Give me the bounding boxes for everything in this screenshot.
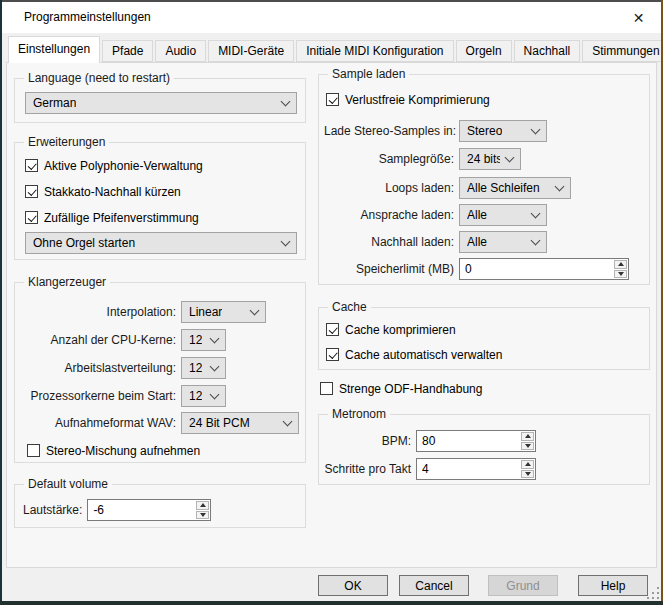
volume-spinner: [87, 499, 211, 521]
tab-nachhall[interactable]: Nachhall: [514, 40, 581, 62]
check-icon: [27, 212, 36, 221]
startup-cores-select[interactable]: 12: [181, 385, 226, 407]
steps-per-beat-input[interactable]: [417, 459, 520, 479]
spin-buttons: [613, 259, 628, 279]
release-select[interactable]: Alle: [459, 231, 547, 253]
chevron-down-icon: [281, 237, 291, 247]
spin-up-icon[interactable]: [521, 460, 534, 469]
cache-group: Cache Cache komprimieren Cache automatis…: [318, 307, 650, 370]
steps-per-beat-spinner: [416, 458, 536, 480]
loops-select[interactable]: Alle Schleifen: [459, 177, 571, 199]
cache-auto-manage-checkbox[interactable]: Cache automatisch verwalten: [326, 347, 502, 362]
tab-stimmungen[interactable]: Stimmungen: [582, 40, 663, 62]
memory-limit-input[interactable]: [460, 259, 613, 279]
workload-select[interactable]: 12: [181, 357, 226, 379]
background-window-edge-top: [0, 0, 663, 2]
lossless-compression-checkbox[interactable]: Verlustfreie Komprimierung: [326, 92, 490, 107]
bpm-input[interactable]: [417, 431, 520, 451]
spin-up-icon[interactable]: [614, 260, 627, 269]
checkbox-icon: [25, 159, 38, 172]
startup-cores-label: Prozessorkerne beim Start:: [23, 389, 181, 403]
tab-orgeln[interactable]: Orgeln: [456, 40, 512, 62]
tab-audio[interactable]: Audio: [155, 40, 206, 62]
title-bar: Programmeinstellungen ✕: [2, 2, 661, 33]
volume-label: Lautstärke:: [23, 503, 87, 517]
check-icon: [27, 160, 36, 169]
chevron-down-icon: [210, 362, 220, 372]
record-stereo-mix-checkbox[interactable]: Stereo-Mischung aufnehmen: [27, 443, 200, 458]
sample-size-label: Samplegröße:: [324, 152, 459, 166]
steps-per-beat-label: Schritte pro Takt: [324, 462, 416, 476]
metronome-group-title: Metronom: [328, 407, 390, 422]
metronome-group: Metronom BPM: Schritte pro Takt: [318, 414, 650, 485]
wav-format-select[interactable]: 24 Bit PCM: [181, 412, 299, 434]
ok-button[interactable]: OK: [318, 575, 388, 596]
workload-label: Arbeitslastverteilung:: [23, 361, 181, 375]
chevron-down-icon: [531, 209, 541, 219]
strict-odf-checkbox[interactable]: Strenge ODF-Handhabung: [320, 381, 482, 396]
checkbox-icon: [326, 323, 339, 336]
random-detuning-checkbox[interactable]: Zufällige Pfeifenverstimmung: [25, 210, 199, 225]
chevron-down-icon: [505, 153, 515, 163]
tab-pfade[interactable]: Pfade: [102, 40, 153, 62]
chevron-down-icon: [531, 125, 541, 135]
sample-size-select[interactable]: 24 bits: [459, 148, 521, 170]
tab-einstellungen[interactable]: Einstellungen: [8, 36, 100, 63]
chevron-down-icon: [210, 390, 220, 400]
spin-down-icon[interactable]: [614, 270, 627, 279]
tab-bar: Einstellungen Pfade Audio MIDI-Geräte In…: [8, 36, 663, 63]
background-window-edge-bottom: [0, 601, 663, 605]
cpu-cores-label: Anzahl der CPU-Kerne:: [23, 333, 181, 347]
stereo-samples-select[interactable]: Stereo: [459, 120, 547, 142]
extensions-group: Erweiterungen Aktive Polyphonie-Verwaltu…: [14, 142, 306, 260]
close-icon: ✕: [633, 10, 645, 26]
spin-up-icon[interactable]: [196, 501, 209, 510]
cache-group-title: Cache: [328, 300, 371, 315]
sample-loading-group: Sample laden Verlustfreie Komprimierung …: [318, 74, 650, 285]
spin-down-icon[interactable]: [521, 442, 534, 451]
checkbox-icon: [25, 211, 38, 224]
chevron-down-icon: [555, 182, 565, 192]
startup-mode-select[interactable]: Ohne Orgel starten: [25, 232, 297, 254]
attack-label: Ansprache laden:: [324, 208, 459, 222]
extensions-group-title: Erweiterungen: [24, 135, 109, 150]
interpolation-select[interactable]: Linear: [181, 301, 266, 323]
spin-down-icon[interactable]: [196, 511, 209, 520]
cancel-button[interactable]: Cancel: [399, 575, 469, 596]
close-button[interactable]: ✕: [616, 2, 661, 33]
tab-initiale-midi-konfiguration[interactable]: Initiale MIDI Konfiguration: [296, 40, 453, 62]
language-select[interactable]: German: [25, 92, 297, 114]
sound-engine-group-title: Klangerzeuger: [24, 275, 110, 290]
cpu-cores-select[interactable]: 12: [181, 329, 226, 351]
help-button[interactable]: Help: [578, 575, 648, 596]
checkbox-icon: [320, 382, 333, 395]
default-volume-group: Default volume Lautstärke:: [14, 484, 306, 528]
checkbox-icon: [326, 348, 339, 361]
tab-midi-geraete[interactable]: MIDI-Geräte: [208, 40, 294, 62]
check-icon: [27, 186, 36, 195]
staccato-reverb-checkbox[interactable]: Stakkato-Nachhall kürzen: [25, 184, 181, 199]
spin-buttons: [520, 431, 535, 451]
interpolation-label: Interpolation:: [23, 305, 181, 319]
loops-label: Loops laden:: [324, 181, 459, 195]
wav-format-label: Aufnahmeformat WAV:: [23, 416, 181, 430]
checkbox-icon: [326, 93, 339, 106]
check-icon: [328, 349, 337, 358]
cache-compress-checkbox[interactable]: Cache komprimieren: [326, 322, 456, 337]
spin-up-icon[interactable]: [521, 432, 534, 441]
attack-select[interactable]: Alle: [459, 204, 547, 226]
spin-down-icon[interactable]: [521, 470, 534, 479]
check-icon: [328, 324, 337, 333]
checkbox-icon: [27, 444, 40, 457]
window-title: Programmeinstellungen: [24, 10, 151, 24]
default-volume-group-title: Default volume: [24, 477, 112, 492]
sample-loading-group-title: Sample laden: [328, 67, 409, 82]
resize-grip[interactable]: [647, 587, 659, 599]
chevron-down-icon: [283, 417, 293, 427]
grund-button[interactable]: Grund: [488, 575, 558, 596]
check-icon: [328, 94, 337, 103]
chevron-down-icon: [281, 97, 291, 107]
spin-buttons: [195, 500, 210, 520]
active-polyphony-checkbox[interactable]: Aktive Polyphonie-Verwaltung: [25, 158, 203, 173]
volume-input[interactable]: [88, 500, 195, 520]
